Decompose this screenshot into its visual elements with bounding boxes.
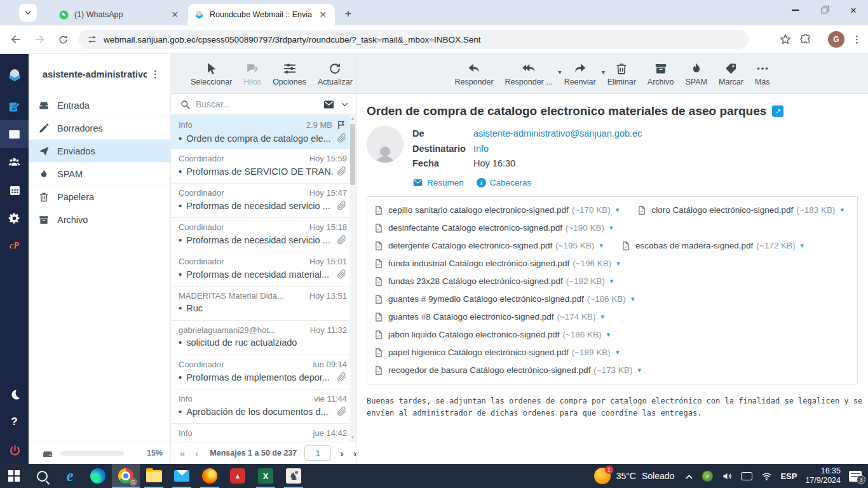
- address-bar[interactable]: webmail.sanjuan.gob.ec/cpsess0500890797/…: [78, 30, 749, 49]
- attachment-menu-caret-icon[interactable]: ▾: [609, 224, 613, 232]
- display-icon[interactable]: [741, 472, 752, 480]
- rail-item-mail[interactable]: [0, 120, 29, 148]
- logout-button[interactable]: [0, 436, 29, 464]
- list-scrollbar[interactable]: ▲ ▼: [349, 115, 356, 442]
- page-number-input[interactable]: [304, 445, 331, 461]
- attachment-menu-caret-icon[interactable]: ▾: [631, 295, 635, 303]
- message-row[interactable]: Info jue 14:42 •: [171, 424, 349, 442]
- attachment-menu-caret-icon[interactable]: ▾: [601, 313, 605, 321]
- attachment[interactable]: funda industrial Catálogo electrónico-si…: [374, 259, 620, 269]
- attachment[interactable]: cloro Catálogo electrónico-signed.pdf (~…: [637, 205, 844, 215]
- clock[interactable]: 16:35 17/9/2024: [805, 466, 841, 485]
- profile-avatar[interactable]: G: [828, 31, 844, 48]
- attachment-menu-caret-icon[interactable]: ▾: [616, 206, 620, 214]
- message-row[interactable]: Coordinador Hoy 15:47 • Proformas de nec…: [171, 184, 349, 218]
- search-input[interactable]: [196, 99, 318, 109]
- restore-button[interactable]: [810, 0, 839, 20]
- rail-item-settings[interactable]: [0, 204, 29, 232]
- start-button[interactable]: [0, 464, 28, 488]
- attachment-menu-caret-icon[interactable]: ▾: [616, 259, 620, 268]
- compose-button[interactable]: [0, 92, 29, 120]
- attachment[interactable]: detergente Catálogo electrónico-signed.p…: [374, 241, 603, 251]
- message-row[interactable]: Info 2.9 MB • Orden de compra de catalog…: [171, 115, 349, 149]
- taskbar-app-button[interactable]: ♞: [280, 464, 308, 488]
- site-settings-icon[interactable]: [87, 34, 97, 44]
- toolbar-button-archivo[interactable]: Archivo: [642, 62, 680, 86]
- first-page-button[interactable]: «: [176, 448, 189, 459]
- tab-search-button[interactable]: [19, 4, 37, 22]
- message-row[interactable]: Coordinador Hoy 15:18 • Proformas de nec…: [171, 218, 349, 252]
- taskbar-excel-button[interactable]: [252, 464, 280, 488]
- summary-link[interactable]: Resumen: [412, 177, 464, 188]
- wifi-icon[interactable]: [761, 470, 772, 482]
- taskbar-chrome-button[interactable]: G: [112, 464, 140, 488]
- browser-tab-whatsapp[interactable]: (1) WhatsApp ✕: [52, 4, 187, 25]
- browser-menu-icon[interactable]: ⋮: [852, 34, 862, 45]
- rail-item-cpanel[interactable]: cP: [0, 232, 29, 260]
- back-button[interactable]: [8, 32, 24, 47]
- folder-item-spam[interactable]: SPAM: [29, 163, 170, 186]
- attachment-menu-caret-icon[interactable]: ▾: [637, 366, 641, 374]
- refresh-button[interactable]: [55, 32, 71, 47]
- scroll-down-icon[interactable]: ▼: [350, 434, 355, 442]
- browser-tab-roundcube[interactable]: Roundcube Webmail :: Enviados ✕: [187, 4, 335, 25]
- toolbar-button-opciones[interactable]: Opciones: [267, 62, 312, 86]
- attachment-menu-caret-icon[interactable]: ▾: [607, 330, 611, 339]
- language-indicator[interactable]: ESP: [780, 471, 797, 481]
- search-options-chevron-icon[interactable]: [340, 100, 349, 109]
- new-tab-button[interactable]: +: [340, 6, 356, 22]
- attachment[interactable]: jabon liquido Catálogo electrónico-signe…: [374, 330, 610, 340]
- attachment[interactable]: desinfectante Catálogo electrónico-signe…: [374, 223, 613, 233]
- open-in-new-window-icon[interactable]: ↗: [772, 105, 783, 117]
- dark-mode-button[interactable]: [0, 380, 29, 408]
- flag-icon[interactable]: [336, 119, 347, 130]
- taskbar-explorer-button[interactable]: [140, 464, 168, 488]
- antivirus-icon[interactable]: ✓: [702, 471, 713, 482]
- message-row[interactable]: Coordinador Hoy 15:01 • Proformas de nec…: [171, 252, 349, 287]
- attachment[interactable]: guantes # 9ymedio Catálogo electrónico-s…: [374, 294, 634, 304]
- message-row[interactable]: Info vie 11:44 • Aprobación de los docum…: [171, 390, 349, 424]
- scroll-up-icon[interactable]: ▲: [350, 115, 355, 123]
- message-row[interactable]: Coordinador lun 09:14 • Proformas de imp…: [171, 355, 349, 390]
- attachment[interactable]: guantes #8 Catálogo electrónico-signed.p…: [374, 312, 604, 322]
- attachment-menu-caret-icon[interactable]: ▾: [599, 241, 603, 250]
- taskbar-edge-button[interactable]: [84, 464, 112, 488]
- toolbar-button-eliminar[interactable]: Eliminar: [602, 62, 642, 86]
- toolbar-button-seleccionar[interactable]: Seleccionar: [185, 62, 238, 86]
- attachment[interactable]: escobas de madera-signed.pdf (~172 KB) ▾: [621, 241, 804, 251]
- attachment[interactable]: fundas 23x28 Catálogo electrónico-signed…: [374, 276, 613, 287]
- weather-widget[interactable]: 1 35°C Soleado: [594, 468, 675, 484]
- bookmark-star-icon[interactable]: [779, 33, 792, 46]
- forward-button[interactable]: [32, 32, 47, 47]
- toolbar-button-spam[interactable]: SPAM: [680, 62, 714, 86]
- taskbar-ie-button[interactable]: e: [56, 464, 84, 488]
- toolbar-button-responder[interactable]: Responder: [449, 62, 499, 86]
- attachment-menu-caret-icon[interactable]: ▾: [616, 348, 620, 356]
- prev-page-button[interactable]: ‹: [191, 448, 202, 459]
- volume-icon[interactable]: [721, 470, 733, 482]
- close-button[interactable]: ✕: [839, 0, 868, 20]
- folder-item-entrada[interactable]: Entrada: [29, 94, 170, 117]
- folder-item-archivo[interactable]: Archivo: [29, 208, 170, 231]
- attachment-menu-caret-icon[interactable]: ▾: [840, 206, 844, 214]
- tab-close-icon[interactable]: ✕: [317, 10, 329, 20]
- help-button[interactable]: ?: [0, 408, 29, 436]
- attachment-menu-caret-icon[interactable]: ▾: [610, 277, 614, 285]
- toolbar-button-responder[interactable]: ▾ Responder ...: [499, 62, 559, 86]
- folder-item-papelera[interactable]: Papelera: [29, 186, 170, 208]
- tab-close-icon[interactable]: ✕: [169, 10, 180, 20]
- rail-item-calendar[interactable]: [0, 176, 29, 204]
- tray-expand-chevron-icon[interactable]: [682, 470, 694, 482]
- search-scope-mail-icon[interactable]: [323, 98, 335, 111]
- notification-center-icon[interactable]: 3: [849, 471, 862, 482]
- folder-item-borradores[interactable]: Borradores: [29, 117, 170, 140]
- to-address-link[interactable]: Info: [473, 142, 489, 157]
- folder-menu-icon[interactable]: ⋮: [147, 69, 164, 80]
- next-page-button[interactable]: ›: [336, 448, 347, 459]
- from-address-link[interactable]: asistente-administrativo@sanjuan.gob.ec: [473, 126, 642, 142]
- message-row[interactable]: gabrielaguamani29@hot... Hoy 11:32 • sol…: [171, 321, 349, 355]
- toolbar-button-m-s[interactable]: Más: [749, 62, 776, 86]
- toolbar-button-marcar[interactable]: Marcar: [713, 62, 749, 86]
- folder-item-enviados[interactable]: Enviados: [29, 140, 170, 163]
- attachment[interactable]: papel higienico Catálogo electrónico-sig…: [374, 348, 619, 358]
